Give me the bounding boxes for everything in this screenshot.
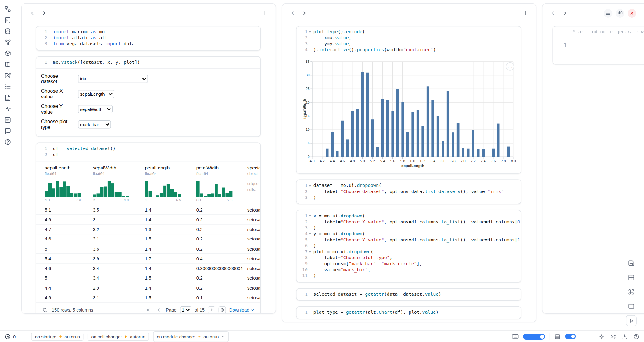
code-editor[interactable]: 1selected_dataset = getattr(data, datase…: [296, 288, 521, 300]
error-indicator[interactable]: 0: [4, 333, 16, 340]
code-text: ): [312, 273, 316, 279]
code-line: 3): [296, 225, 517, 231]
fold-icon[interactable]: [309, 251, 311, 253]
notebook-icon[interactable]: [3, 61, 13, 68]
table-cell: 5.4: [45, 256, 93, 261]
fold-icon[interactable]: [309, 233, 311, 235]
dropdown-row: Choose datasetiris: [41, 73, 256, 85]
file-f-icon[interactable]: [3, 17, 13, 23]
on-startup-button[interactable]: on startup: autorun: [31, 332, 84, 340]
dropdown-select[interactable]: mark_bar: [78, 120, 111, 129]
page-select[interactable]: 1: [180, 306, 191, 314]
keyboard-icon[interactable]: [511, 333, 519, 340]
code-editor[interactable]: 1plot_type = getattr(alt.Chart(df), plot…: [296, 307, 521, 319]
table-cell: setosa: [247, 256, 261, 261]
app-view-toggle[interactable]: [565, 334, 576, 339]
fold-icon[interactable]: [309, 31, 311, 33]
layout-grid-icon[interactable]: [626, 272, 637, 283]
chart-bar: [356, 109, 359, 157]
help-icon[interactable]: [3, 139, 13, 145]
on-cell-change-button[interactable]: on cell change: autorun: [88, 332, 149, 340]
code-editor[interactable]: 1 Start coding or generate with AI: [553, 26, 644, 64]
chevron-left-icon[interactable]: [289, 9, 297, 17]
documentation-icon[interactable]: [3, 94, 13, 101]
code-text: options=["mark_bar", "mark_circle"],: [312, 261, 422, 267]
search-icon[interactable]: [41, 306, 48, 314]
code-line: 1dataset = mo.ui.dropdown(: [296, 183, 517, 189]
packages-icon[interactable]: [3, 50, 13, 57]
next-page-button[interactable]: [208, 306, 215, 314]
code-editor[interactable]: 1x = mo.ui.dropdown(2 label="Choose X va…: [296, 210, 521, 282]
close-icon[interactable]: [628, 9, 636, 17]
rows-panel-icon[interactable]: [554, 333, 561, 340]
line-number: 2: [305, 189, 308, 195]
code-text: plot_type = getattr(alt.Chart(df), plot.…: [312, 310, 438, 316]
code-text: label="Choose plot type",: [312, 255, 392, 261]
dropdown-select[interactable]: sepalWidth: [78, 105, 113, 113]
code-text: x = mo.ui.dropdown(: [312, 213, 365, 219]
table-cell: 4.9: [45, 295, 93, 300]
code-editor[interactable]: 1df = selected_dataset()2df: [36, 143, 260, 161]
edit-mode-toggle[interactable]: [523, 333, 545, 339]
chevron-right-icon[interactable]: [561, 9, 569, 17]
snippets-icon[interactable]: [3, 83, 13, 90]
help-icon[interactable]: [632, 333, 640, 340]
cell-dataframe: 1df = selected_dataset()2df sepalLengthf…: [36, 143, 261, 314]
column-header[interactable]: sepalLengthfloat644.37.9: [45, 165, 93, 202]
code-editor[interactable]: 1plot_type().encode(2 x=x.value,3 y=y.va…: [296, 26, 521, 56]
code-line: 2 label="Choose dataset", options=data.l…: [296, 189, 517, 195]
tracing-icon[interactable]: [3, 105, 13, 112]
column-header[interactable]: petalWidthfloat640.12.5: [196, 165, 247, 202]
fold-icon[interactable]: [309, 215, 311, 217]
code-text: label="Choose X value", options=df.colum…: [312, 219, 521, 225]
scratchpad-icon[interactable]: [3, 72, 13, 79]
gear-icon[interactable]: [616, 9, 624, 17]
code-text: label="Choose dataset", options=data.lis…: [312, 189, 504, 195]
table-cell: 0.1: [196, 295, 247, 300]
on-module-change-button[interactable]: on module change: autorun: [153, 331, 229, 342]
code-editor[interactable]: 1mo.vstack([dataset, x, y, plot]): [36, 57, 260, 69]
column-header[interactable]: speciesobjectuniquenulls:: [247, 165, 261, 202]
prev-page-button[interactable]: [155, 306, 163, 314]
code-editor[interactable]: 1dataset = mo.ui.dropdown(2 label="Choos…: [296, 180, 521, 204]
code-editor[interactable]: 1import marimo as mo2import altair as al…: [36, 26, 260, 50]
dropdown-select[interactable]: iris: [78, 75, 148, 83]
code-text: y=y.value,: [312, 41, 352, 47]
generate-link[interactable]: generate: [617, 29, 638, 35]
terminal-panel-icon[interactable]: [626, 301, 637, 312]
column-header[interactable]: petalLengthfloat6416.9: [145, 165, 196, 202]
dropdown-select[interactable]: sepalLength: [78, 90, 114, 98]
add-cell-icon[interactable]: [521, 9, 529, 17]
ai-chat-icon[interactable]: [3, 128, 13, 134]
download-icon[interactable]: [621, 333, 628, 340]
shuffle-icon[interactable]: [610, 333, 617, 340]
chevron-left-icon[interactable]: [549, 9, 557, 17]
chart-bar: [492, 149, 495, 157]
chevron-right-icon[interactable]: [300, 9, 309, 17]
fold-icon[interactable]: [309, 185, 311, 187]
download-button[interactable]: Download: [229, 308, 255, 312]
column-header[interactable]: sepalWidthfloat6424.4: [93, 165, 145, 202]
altair-chart[interactable]: 4.04.24.44.64.85.05.25.45.65.86.06.26.46…: [303, 59, 515, 168]
sparkle-icon[interactable]: [598, 333, 605, 340]
save-icon[interactable]: [626, 258, 637, 269]
chevron-left-icon[interactable]: [28, 9, 37, 17]
svg-text:4.8: 4.8: [350, 159, 355, 163]
last-page-button[interactable]: [219, 306, 226, 314]
run-all-icon[interactable]: [626, 315, 637, 326]
menu-icon[interactable]: [604, 9, 612, 17]
add-cell-icon[interactable]: [261, 9, 269, 17]
chevron-right-icon[interactable]: [40, 9, 48, 17]
first-page-button[interactable]: [145, 306, 152, 314]
line-number: 11: [302, 273, 308, 279]
datasets-icon[interactable]: [3, 28, 13, 35]
dependency-graph-icon[interactable]: [3, 39, 13, 46]
cell-chart: 1plot_type().encode(2 x=x.value,3 y=y.va…: [296, 26, 521, 174]
table-cell: 1.3: [145, 227, 196, 232]
column-1-header: [22, 4, 275, 23]
outline-icon[interactable]: [3, 117, 13, 123]
table-cell: 0.2: [196, 237, 247, 241]
command-icon[interactable]: [626, 287, 637, 297]
vstack-output: Choose datasetirisChoose X valuesepalLen…: [36, 68, 260, 137]
cells-tree-icon[interactable]: [3, 6, 13, 12]
